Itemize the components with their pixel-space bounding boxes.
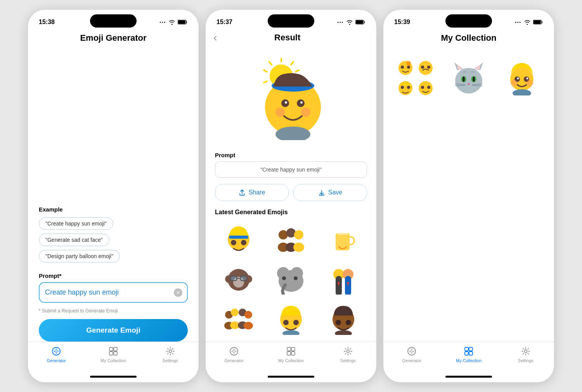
save-icon (318, 189, 325, 196)
prompt-section: Prompt* Create happy sun emoji ✕ (28, 272, 199, 306)
emoji-grid-item-1[interactable] (215, 221, 262, 256)
spacer-1 (28, 51, 199, 206)
tab-settings-2[interactable]: Settings (319, 346, 376, 363)
wifi-icon-2 (346, 19, 353, 25)
multi-emoji-2 (417, 59, 434, 76)
emoji-grid-item-4[interactable] (215, 262, 262, 297)
example-chip-2[interactable]: "Generate sad cat face" (39, 234, 109, 246)
dynamic-island-1 (90, 14, 137, 28)
emoji-item-6-svg (328, 264, 359, 295)
svg-point-88 (407, 86, 410, 89)
tab-collection-1[interactable]: My Collection (85, 346, 142, 363)
emoji-grid-item-5[interactable] (267, 262, 314, 297)
clear-button[interactable]: ✕ (174, 288, 182, 297)
svg-point-34 (294, 230, 303, 239)
svg-point-25 (275, 108, 285, 117)
generator-tab-icon-1 (51, 346, 62, 357)
emoji-item-1-svg (225, 223, 252, 254)
svg-rect-44 (230, 276, 237, 281)
svg-point-26 (301, 108, 310, 117)
svg-rect-72 (287, 347, 291, 351)
svg-point-90 (421, 86, 424, 89)
prompt-label: Prompt* (39, 272, 188, 279)
collection-item-2[interactable] (446, 59, 491, 97)
phone-screen-3: 15:39 ••• My Collection (383, 10, 554, 382)
tab-settings-3[interactable]: Settings (497, 346, 554, 363)
screen2-scroll[interactable]: Prompt "Create happy sun emoji" Share (206, 47, 376, 342)
home-indicator-3 (383, 371, 554, 382)
screen2-content: ‹ Result (206, 29, 376, 371)
tab-collection-3[interactable]: My Collection (440, 346, 497, 363)
emoji-display (206, 47, 376, 152)
dots-icon-2: ••• (337, 20, 344, 24)
svg-point-57 (244, 311, 252, 319)
svg-rect-73 (291, 347, 295, 351)
battery-icon-1 (178, 19, 188, 25)
examples-label: Example (39, 206, 188, 213)
prompt-input-container[interactable]: Create happy sun emoji ✕ (39, 282, 188, 303)
svg-point-84 (421, 66, 424, 69)
example-chip-3[interactable]: "Design party balloon emoji" (39, 250, 120, 262)
svg-rect-6 (109, 352, 113, 355)
tab-settings-1[interactable]: Settings (142, 346, 199, 363)
tab-collection-2[interactable]: My Collection (263, 346, 320, 363)
emoji-grid-item-7[interactable] (215, 302, 262, 337)
share-button[interactable]: Share (215, 184, 289, 201)
tab-label-settings-1: Settings (163, 358, 178, 363)
svg-point-100 (473, 76, 475, 82)
generator-tab-icon-3 (406, 346, 417, 357)
collection-tab-icon-3 (463, 346, 474, 357)
submit-hint: * Submit a Request to Generate Emoji (28, 308, 199, 314)
collection-item-3[interactable] (499, 59, 545, 97)
share-label: Share (249, 189, 265, 196)
settings-tab-icon-2 (343, 346, 353, 357)
prompt-input-text[interactable]: Create happy sun emoji (45, 288, 119, 296)
save-button[interactable]: Save (293, 184, 367, 201)
collection-item-1[interactable] (393, 59, 438, 97)
svg-rect-116 (465, 347, 468, 351)
emoji-item-9-svg (330, 304, 357, 335)
svg-point-8 (169, 350, 171, 353)
svg-rect-29 (229, 236, 248, 239)
emoji-grid-item-3[interactable] (320, 221, 367, 256)
wifi-icon-3 (524, 19, 531, 25)
result-prompt-box: "Create happy sun emoji" (215, 161, 367, 178)
multi-emoji-4 (417, 80, 434, 97)
collection-multi-emoji (396, 59, 435, 97)
svg-line-14 (296, 70, 299, 72)
back-button[interactable]: ‹ (213, 32, 217, 43)
svg-point-51 (294, 276, 298, 280)
home-indicator-1 (28, 371, 199, 382)
status-icons-3: ••• (515, 19, 543, 25)
svg-point-33 (286, 228, 296, 238)
result-prompt-label: Prompt (206, 152, 376, 161)
status-bar-2: 15:37 ••• (206, 10, 376, 29)
examples-section: Example "Create happy sun emoji" "Genera… (28, 206, 199, 272)
multi-emoji-3 (397, 80, 414, 97)
result-title: Result (221, 33, 354, 43)
svg-point-110 (527, 78, 528, 80)
dots-icon-3: ••• (515, 20, 521, 24)
example-chip-1[interactable]: "Create happy sun emoji" (39, 217, 113, 230)
tab-generator-2[interactable]: Generator (206, 346, 263, 363)
svg-rect-7 (114, 352, 117, 355)
emoji-grid-item-2[interactable] (267, 221, 314, 256)
save-label: Save (328, 189, 342, 196)
tab-bar-1: Generator My Collection (28, 342, 199, 371)
emoji-grid-item-8[interactable] (267, 302, 314, 337)
tab-generator-3[interactable]: Generator (383, 346, 440, 363)
action-buttons: Share Save (206, 184, 376, 209)
phone-screen-1: 15:38 ••• Emoji Generator Ex (28, 10, 199, 382)
dynamic-island-2 (268, 14, 314, 28)
home-bar-1 (90, 376, 137, 378)
emoji-item-8-svg (277, 304, 305, 335)
emoji-grid-item-6[interactable] (320, 262, 367, 297)
status-bar-1: 15:38 ••• (28, 10, 199, 29)
svg-point-82 (406, 61, 411, 66)
svg-point-67 (336, 320, 341, 325)
emoji-grid-item-9[interactable] (320, 302, 367, 337)
generate-button[interactable]: Generate Emoji (39, 319, 188, 342)
tab-generator-1[interactable]: Generator (28, 346, 85, 363)
multi-emoji-1 (397, 59, 414, 76)
emoji-item-4-svg (225, 264, 252, 295)
